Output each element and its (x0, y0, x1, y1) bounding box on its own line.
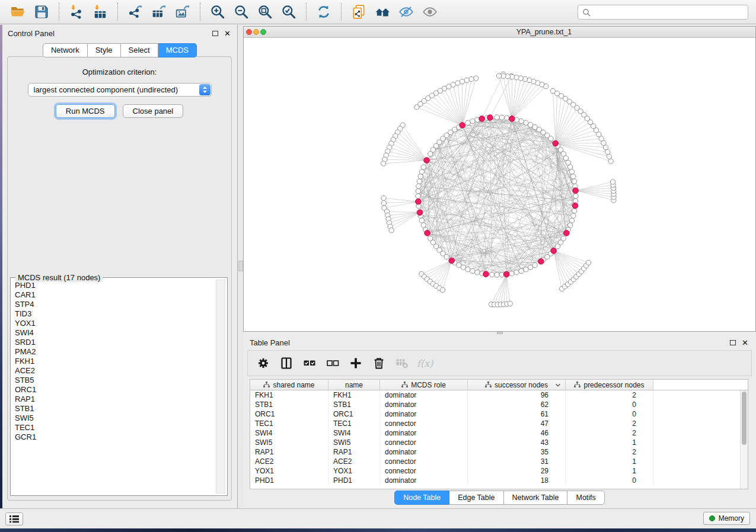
tab-network-table[interactable]: Network Table (504, 491, 568, 505)
tab-style[interactable]: Style (88, 43, 121, 57)
zoom-fit-button[interactable] (254, 2, 276, 22)
column-label: name (345, 381, 363, 389)
column-header-name[interactable]: name (328, 380, 380, 390)
show-columns-icon (280, 357, 293, 370)
result-node-item[interactable]: PHD1 (15, 281, 212, 290)
column-header-predecessor-nodes[interactable]: predecessor nodes (566, 380, 653, 390)
delete-column-button[interactable] (371, 355, 387, 371)
show-graphics-details-button[interactable] (419, 2, 441, 22)
tab-select[interactable]: Select (121, 43, 158, 57)
export-image-button[interactable] (172, 2, 193, 22)
network-window-titlebar[interactable]: YPA_prune.txt_1 (244, 27, 755, 38)
column-type-icon (485, 382, 492, 388)
result-node-item[interactable]: ACE2 (15, 366, 212, 376)
float-window-icon[interactable] (212, 31, 218, 36)
table-row[interactable]: TEC1TEC1connector472 (250, 419, 748, 428)
tab-node-table[interactable]: Node Table (394, 491, 449, 505)
cell-filler (653, 428, 748, 438)
network-graph-svg[interactable] (244, 38, 755, 331)
maximize-window-icon[interactable] (260, 29, 266, 35)
open-session-button[interactable] (7, 2, 28, 22)
result-scrollbar[interactable] (216, 280, 225, 493)
scrollbar-thumb[interactable] (742, 392, 747, 445)
column-header-shared-name[interactable]: shared name (250, 380, 328, 390)
result-node-item[interactable]: SRD1 (15, 338, 212, 347)
table-row[interactable]: ACE2ACE2connector311 (250, 457, 748, 466)
table-row[interactable]: YOX1YOX1connector291 (250, 466, 748, 476)
import-network-button[interactable] (66, 2, 87, 22)
table-scrollbar[interactable] (740, 390, 748, 489)
first-neighbors-button[interactable] (372, 2, 393, 22)
result-node-item[interactable]: GCR1 (15, 432, 212, 442)
float-window-icon[interactable] (730, 340, 736, 345)
delete-column-icon (372, 357, 385, 370)
cell: dominator (380, 400, 468, 409)
save-session-button[interactable] (31, 2, 52, 22)
export-table-icon (151, 4, 167, 20)
run-mcds-button[interactable]: Run MCDS (56, 104, 115, 118)
close-panel-button[interactable]: Close panel (123, 104, 184, 118)
result-node-item[interactable]: SWI5 (15, 414, 212, 423)
result-node-item[interactable]: SWI4 (15, 328, 212, 338)
criterion-dropdown[interactable]: largest connected component (undirected) (28, 83, 212, 97)
column-header-successor-nodes[interactable]: successor nodes (468, 380, 566, 390)
result-node-item[interactable]: FKH1 (15, 357, 212, 366)
result-node-item[interactable]: STB5 (15, 376, 212, 385)
table-row[interactable]: STB1STB1dominator620 (250, 400, 748, 409)
cell: 0 (566, 476, 653, 485)
table-row[interactable]: SWI4SWI4dominator462 (250, 428, 748, 438)
table-row[interactable]: PHD1PHD1dominator180 (250, 476, 748, 485)
deselect-all-rows-button[interactable] (325, 355, 340, 371)
column-header-MCDS-role[interactable]: MCDS role (380, 380, 468, 390)
cell: 0 (566, 400, 653, 409)
tab-motifs[interactable]: Motifs (567, 491, 604, 505)
tab-network[interactable]: Network (43, 43, 88, 57)
network-from-document-button[interactable] (348, 2, 369, 22)
close-window-icon[interactable] (246, 29, 252, 35)
table-row[interactable]: RAP1RAP1dominator352 (250, 447, 748, 457)
result-node-item[interactable]: TEC1 (15, 423, 212, 432)
search-box[interactable] (578, 5, 748, 20)
zoom-in-button[interactable] (207, 2, 228, 22)
zoom-selected-button[interactable] (278, 2, 299, 22)
result-node-item[interactable]: RAP1 (15, 395, 212, 404)
result-node-item[interactable]: ORC1 (15, 385, 212, 395)
task-history-button[interactable] (5, 512, 23, 525)
refresh-button[interactable] (313, 2, 334, 22)
table-row[interactable]: FKH1FKH1dominator962 (250, 390, 748, 400)
tab-mcds[interactable]: MCDS (158, 43, 197, 57)
export-network-button[interactable] (125, 2, 146, 22)
memory-button[interactable]: Memory (703, 512, 750, 525)
cell: STB1 (250, 400, 328, 409)
result-node-item[interactable]: STP4 (15, 300, 212, 309)
tab-edge-table[interactable]: Edge Table (449, 491, 503, 505)
select-all-rows-button[interactable] (302, 355, 317, 371)
result-node-item[interactable]: PMA2 (15, 347, 212, 357)
network-title: YPA_prune.txt_1 (516, 28, 572, 36)
result-node-item[interactable]: CAR1 (15, 290, 212, 300)
criterion-value: largest connected component (undirected) (34, 85, 178, 94)
hide-graphics-details-button[interactable] (395, 2, 417, 22)
cell: dominator (380, 428, 468, 438)
search-input[interactable] (594, 7, 744, 17)
vertical-splitter[interactable] (238, 25, 243, 508)
close-panel-icon[interactable]: ✕ (742, 339, 748, 346)
table-row[interactable]: SWI5SWI5connector431 (250, 438, 748, 447)
mcds-result-list: PHD1CAR1STP4TID3YOX1SWI4SRD1PMA2FKH1ACE2… (15, 281, 212, 492)
table-settings-button[interactable] (256, 355, 271, 371)
result-node-item[interactable]: YOX1 (15, 319, 212, 328)
cell: 46 (468, 428, 566, 438)
result-node-item[interactable]: TID3 (15, 309, 212, 319)
table-row[interactable]: ORC1ORC1dominator610 (250, 409, 748, 419)
import-table-button[interactable] (90, 2, 111, 22)
close-panel-icon[interactable]: ✕ (224, 30, 231, 37)
result-node-item[interactable]: STB1 (15, 404, 212, 414)
splitter-handle[interactable] (238, 261, 243, 271)
cell: SWI4 (328, 428, 380, 438)
show-columns-button[interactable] (279, 355, 294, 371)
minimize-window-icon[interactable] (253, 29, 259, 35)
network-canvas[interactable] (244, 38, 755, 331)
zoom-out-button[interactable] (231, 2, 252, 22)
add-column-button[interactable] (348, 355, 363, 371)
export-table-button[interactable] (148, 2, 170, 22)
